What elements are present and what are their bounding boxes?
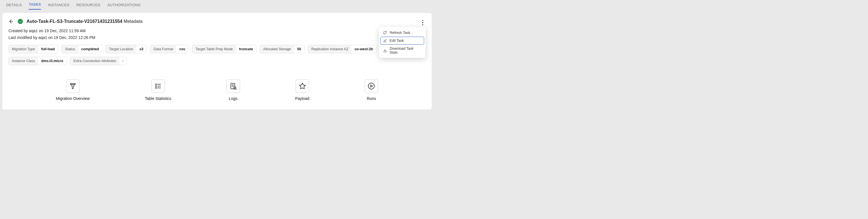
chip-label: Migration Type (9, 45, 38, 53)
chip-value: csv (176, 45, 188, 53)
chip-value: - (119, 57, 126, 65)
chip-value: truncate (236, 45, 256, 53)
nav-table-statistics[interactable]: Table Statistics (145, 79, 171, 101)
menu-refresh-label: Refresh Task (390, 31, 410, 35)
list-icon (151, 79, 165, 93)
svg-line-14 (236, 89, 236, 90)
svg-point-6 (155, 86, 156, 86)
task-name: Auto-Task-FL-S3-Truncate-V21671431231554 (27, 19, 122, 24)
nav-runs[interactable]: Runs (365, 79, 378, 101)
funnel-icon (66, 79, 80, 93)
download-icon (383, 49, 387, 53)
title-suffix: Metadata (124, 19, 143, 24)
chip-value: completed (78, 45, 102, 53)
star-icon (296, 79, 309, 93)
tab-resources[interactable]: RESOURCES (76, 3, 100, 9)
menu-refresh-task[interactable]: Refresh Task (380, 29, 424, 37)
task-card: Refresh Task Edit Task Download Task Sta… (2, 13, 432, 110)
chip-label: Status (62, 45, 78, 53)
back-button[interactable] (8, 19, 14, 24)
logs-icon (226, 79, 240, 93)
tab-details[interactable]: DETAILS (6, 3, 22, 9)
edit-icon (383, 39, 387, 43)
chip-label: Target Table Prep Mode (192, 45, 236, 53)
chip-extra-conn-attrs: Extra Connection Attributes - (70, 57, 127, 65)
more-menu-button[interactable] (420, 19, 426, 27)
tab-tasks[interactable]: TASKS (29, 2, 41, 9)
chip-value: us-west-2b (351, 45, 376, 53)
chip-status: Status completed (62, 45, 102, 53)
nav-label: Runs (367, 96, 376, 101)
chip-prep-mode: Target Table Prep Mode truncate (192, 45, 256, 53)
chip-value: 50 (294, 45, 304, 53)
svg-point-4 (155, 84, 156, 85)
nav-label: Migration Overview (56, 96, 90, 101)
chip-allocated-storage: Allocated Storage 50 (260, 45, 305, 53)
page-title: Auto-Task-FL-S3-Truncate-V21671431231554… (27, 19, 143, 24)
menu-download-stats[interactable]: Download Task Stats (380, 44, 424, 57)
chip-label: Extra Connection Attributes (70, 57, 119, 65)
svg-marker-17 (371, 85, 373, 88)
chip-target-location: Target Location s3 (105, 45, 147, 53)
svg-marker-15 (299, 83, 306, 89)
property-chips: Migration Type full-load Status complete… (8, 45, 426, 65)
modified-by-line: Last modified by aqa1 on 19 Dec, 2022 12… (8, 35, 426, 40)
chip-label: Allocated Storage (260, 45, 294, 53)
tab-authorizations[interactable]: AUTHORIZATIONS (107, 3, 140, 9)
nav-label: Logs (229, 96, 238, 101)
chip-migration-type: Migration Type full-load (8, 45, 58, 53)
chip-value: dms.t3.micro (38, 57, 66, 65)
chip-replication-az: Replication Instance AZ us-west-2b (308, 45, 376, 53)
tabs-bar: DETAILS TASKS INSTANCES RESOURCES AUTHOR… (0, 0, 434, 9)
created-by-line: Created by aqa1 on 19 Dec, 2022 11:59 AM (8, 29, 426, 33)
svg-point-16 (368, 83, 374, 89)
chip-label: Data Format (151, 45, 176, 53)
nav-payload[interactable]: Payload (295, 79, 309, 101)
chip-label: Target Location (106, 45, 136, 53)
menu-download-label: Download Task Stats (390, 46, 422, 55)
chip-value: full-load (38, 45, 58, 53)
nav-logs[interactable]: Logs (226, 79, 240, 101)
chip-instance-class: Instance Class dms.t3.micro (8, 57, 67, 65)
nav-migration-overview[interactable]: Migration Overview (56, 79, 90, 101)
menu-edit-task[interactable]: Edit Task (380, 37, 424, 44)
menu-edit-label: Edit Task (390, 39, 404, 42)
section-nav: Migration Overview Table Statistics Logs… (8, 79, 426, 101)
play-circle-icon (365, 79, 378, 93)
refresh-icon (383, 30, 387, 35)
chip-label: Replication Instance AZ (308, 45, 351, 53)
status-success-icon (18, 19, 23, 24)
nav-label: Table Statistics (145, 96, 171, 101)
more-menu-dropdown: Refresh Task Edit Task Download Task Sta… (379, 27, 426, 58)
chip-data-format: Data Format csv (150, 45, 189, 53)
chip-label: Instance Class (9, 57, 38, 65)
chip-value: s3 (136, 45, 147, 53)
svg-point-8 (155, 88, 156, 88)
tab-instances[interactable]: INSTANCES (48, 3, 69, 9)
nav-label: Payload (295, 96, 309, 101)
